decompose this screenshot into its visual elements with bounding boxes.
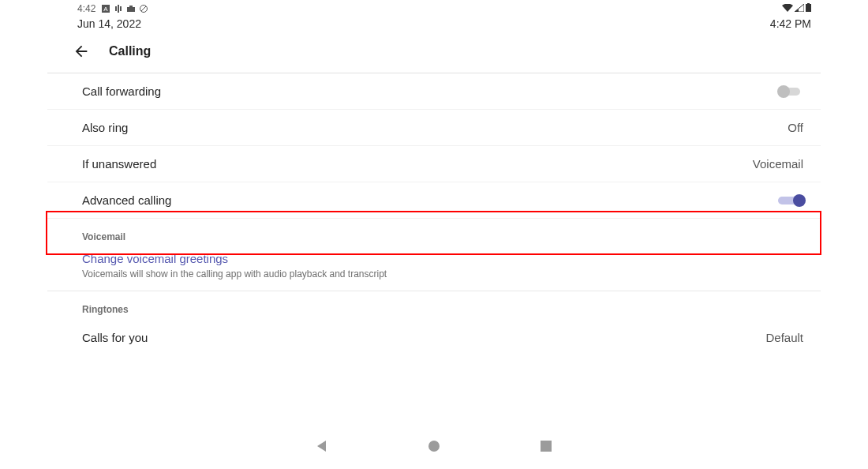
row-if-unanswered[interactable]: If unanswered Voicemail [47, 146, 821, 182]
row-value: Voicemail [753, 157, 803, 171]
page-title: Calling [109, 44, 151, 58]
svg-rect-3 [118, 5, 119, 13]
settings-list: Call forwarding Also ring Off If unanswe… [0, 73, 868, 355]
row-value: Default [765, 331, 803, 344]
battery-icon [806, 3, 811, 12]
row-label: Also ring [82, 121, 128, 134]
row-label: If unanswered [82, 157, 156, 171]
app-icon: A [102, 5, 110, 13]
dnd-icon [140, 5, 148, 13]
svg-rect-4 [120, 6, 122, 11]
section-ringtones: Ringtones [47, 291, 821, 320]
date-label: Jun 14, 2022 [77, 17, 141, 30]
svg-rect-9 [806, 4, 811, 12]
back-button[interactable] [71, 41, 92, 62]
circle-home-icon [427, 439, 441, 453]
device-screen: 4:42 A Jun 14, 2022 4:42 PM Calling Call… [0, 0, 868, 469]
wifi-icon [782, 4, 793, 12]
status-time: 4:42 [77, 3, 95, 14]
android-nav-bar [0, 437, 868, 455]
toggle-thumb [793, 194, 806, 207]
svg-rect-5 [127, 7, 135, 12]
clock-label: 4:42 PM [770, 17, 811, 30]
toggle-thumb [777, 85, 790, 98]
row-value: Off [788, 121, 803, 134]
row-call-forwarding[interactable]: Call forwarding [47, 73, 821, 110]
svg-rect-10 [807, 3, 810, 4]
row-advanced-calling[interactable]: Advanced calling [47, 182, 821, 219]
svg-point-11 [428, 441, 440, 452]
status-bar: 4:42 A [0, 0, 868, 14]
triangle-back-icon [315, 439, 329, 453]
mic-icon [114, 5, 122, 13]
toggle-call-forwarding[interactable] [778, 86, 803, 97]
row-also-ring[interactable]: Also ring Off [47, 110, 821, 146]
nav-back-button[interactable] [313, 437, 331, 455]
row-label: Call forwarding [82, 84, 161, 98]
status-icons-right [782, 3, 811, 12]
svg-rect-12 [541, 441, 552, 452]
section-voicemail: Voicemail [47, 219, 821, 247]
row-label: Calls for you [82, 331, 148, 344]
status-icons-left: A [102, 5, 148, 13]
toggle-advanced-calling[interactable] [778, 195, 803, 206]
row-calls-for-you[interactable]: Calls for you Default [47, 320, 821, 355]
link-change-voicemail-greetings[interactable]: Change voicemail greetings [47, 247, 821, 265]
nav-recents-button[interactable] [537, 437, 555, 455]
arrow-left-icon [73, 43, 90, 60]
briefcase-icon [127, 5, 135, 13]
voicemail-subtext: Voicemails will show in the calling app … [47, 265, 821, 291]
svg-rect-2 [115, 6, 117, 11]
date-row: Jun 14, 2022 4:42 PM [0, 14, 868, 36]
nav-home-button[interactable] [425, 437, 443, 455]
svg-text:A: A [104, 6, 109, 13]
svg-rect-6 [129, 6, 133, 7]
cell-signal-icon [795, 4, 804, 12]
row-label: Advanced calling [82, 193, 171, 207]
square-recents-icon [540, 440, 552, 452]
svg-line-8 [141, 6, 146, 11]
app-header: Calling [0, 36, 868, 73]
